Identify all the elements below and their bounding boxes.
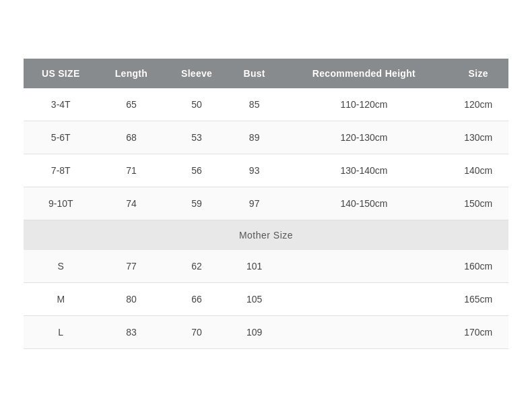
table-body: 3-4T 65 50 85 110-120cm 120cm 5-6T 68 53… [24,88,508,349]
section-label: Mother Size [24,220,508,250]
cell-size: 120cm [448,88,508,121]
cell-us-size: M [24,282,98,315]
cell-length: 65 [98,88,165,121]
cell-size: 170cm [448,315,508,348]
cell-length: 77 [98,250,165,283]
cell-bust: 89 [229,121,280,154]
cell-sleeve: 59 [164,187,229,220]
cell-rec-height: 120-130cm [279,121,448,154]
cell-size: 150cm [448,187,508,220]
cell-bust: 101 [229,250,280,283]
cell-us-size: 7-8T [24,154,98,187]
cell-us-size: 9-10T [24,187,98,220]
cell-length: 74 [98,187,165,220]
cell-length: 71 [98,154,165,187]
cell-bust: 93 [229,154,280,187]
cell-us-size: 3-4T [24,88,98,121]
cell-rec-height [279,282,448,315]
table-row: 9-10T 74 59 97 140-150cm 150cm [24,187,508,220]
table-header-row: US SIZE Length Sleeve Bust Recommended H… [24,59,508,88]
cell-bust: 105 [229,282,280,315]
cell-bust: 97 [229,187,280,220]
table-row: S 77 62 101 160cm [24,250,508,283]
header-length: Length [98,59,165,88]
cell-length: 80 [98,282,165,315]
cell-us-size: S [24,250,98,283]
table-row: 3-4T 65 50 85 110-120cm 120cm [24,88,508,121]
cell-rec-height: 110-120cm [279,88,448,121]
cell-rec-height [279,250,448,283]
cell-sleeve: 53 [164,121,229,154]
table-row: M 80 66 105 165cm [24,282,508,315]
cell-sleeve: 50 [164,88,229,121]
section-header-row: Mother Size [24,220,508,250]
cell-sleeve: 66 [164,282,229,315]
cell-sleeve: 62 [164,250,229,283]
table-row: 7-8T 71 56 93 130-140cm 140cm [24,154,508,187]
header-bust: Bust [229,59,280,88]
header-size: Size [448,59,508,88]
cell-size: 140cm [448,154,508,187]
cell-sleeve: 56 [164,154,229,187]
cell-rec-height [279,315,448,348]
cell-us-size: L [24,315,98,348]
table-row: L 83 70 109 170cm [24,315,508,348]
cell-bust: 109 [229,315,280,348]
cell-us-size: 5-6T [24,121,98,154]
size-chart-wrapper: US SIZE Length Sleeve Bust Recommended H… [24,59,508,349]
table-row: 5-6T 68 53 89 120-130cm 130cm [24,121,508,154]
cell-length: 83 [98,315,165,348]
cell-length: 68 [98,121,165,154]
cell-rec-height: 130-140cm [279,154,448,187]
cell-size: 160cm [448,250,508,283]
cell-bust: 85 [229,88,280,121]
header-recommended-height: Recommended Height [279,59,448,88]
header-us-size: US SIZE [24,59,98,88]
cell-rec-height: 140-150cm [279,187,448,220]
cell-sleeve: 70 [164,315,229,348]
cell-size: 165cm [448,282,508,315]
size-chart-table: US SIZE Length Sleeve Bust Recommended H… [24,59,508,349]
cell-size: 130cm [448,121,508,154]
header-sleeve: Sleeve [164,59,229,88]
